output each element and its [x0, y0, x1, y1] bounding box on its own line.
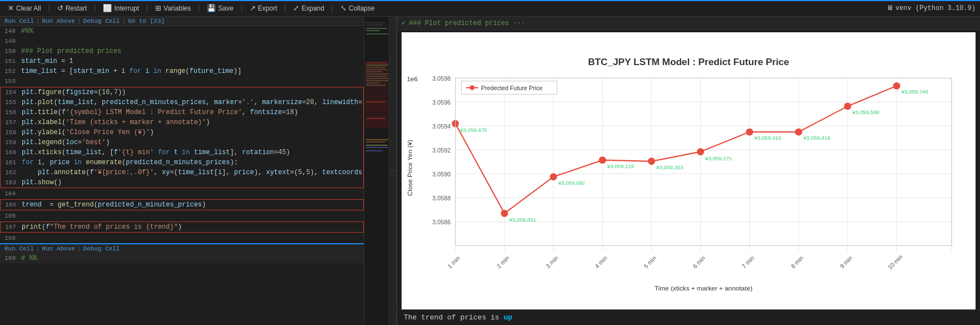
code-line-167: 167 print(f"The trend of prices is {tren…	[1, 222, 363, 232]
code-line-151: 151 start_min = 1	[0, 56, 364, 66]
code-line-168: 168	[0, 233, 364, 243]
collapse-button[interactable]: ⤡ Collapse	[337, 3, 378, 13]
run-above-bottom-link[interactable]: Run Above	[42, 245, 75, 252]
svg-text:3.0592: 3.0592	[432, 147, 451, 154]
notebook-toolbar: ✕ Clear All ↺ Restart ⬜ Interrupt ⊞ Vari…	[0, 0, 980, 17]
debug-cell-link[interactable]: Debug Cell	[83, 18, 120, 24]
svg-text:¥3,059,416: ¥3,059,416	[803, 135, 830, 141]
svg-point-77	[893, 82, 900, 90]
run-cell-link[interactable]: Run Cell	[4, 18, 34, 24]
mini-map-canvas	[364, 17, 389, 325]
separator-5	[241, 4, 242, 13]
svg-rect-19	[366, 101, 385, 102]
cell-block-plot: 154 plt.figure(figsize=(16,7)) 155 plt.p…	[0, 87, 364, 188]
separator-7	[332, 4, 333, 13]
code-line-155: 155 plt.plot(time_list, predicted_n_minu…	[1, 97, 363, 107]
clear-all-button[interactable]: ✕ Clear All	[4, 3, 44, 13]
cell-block-trend: 165 trend = get_trend(predicted_n_minute…	[0, 199, 364, 210]
export-icon: ↗	[250, 4, 256, 12]
svg-rect-13	[366, 76, 387, 77]
svg-rect-7	[366, 62, 387, 63]
svg-text:¥3,059,475: ¥3,059,475	[459, 127, 487, 133]
export-button[interactable]: ↗ Export	[246, 3, 281, 13]
code-line-157: 157 plt.xlabel('Time (xticks + marker + …	[1, 117, 363, 127]
code-line-166: 166	[0, 211, 364, 221]
save-button[interactable]: 💾 Save	[204, 3, 236, 13]
goto-link[interactable]: Go to [23]	[128, 18, 165, 24]
separator-3	[147, 4, 147, 13]
run-cell-bottom-link[interactable]: Run Cell	[4, 245, 34, 252]
svg-rect-12	[366, 73, 388, 75]
stop-icon: ⬜	[103, 4, 112, 12]
run-above-link[interactable]: Run Above	[42, 18, 75, 24]
output-toolbar: ✓ ### Plot predicted prices ···	[397, 17, 980, 30]
expand-icon: ⤢	[293, 4, 299, 12]
svg-point-73	[697, 148, 704, 155]
output-cell-label: ### Plot predicted prices ···	[409, 19, 525, 27]
code-line-163: 163 plt.show()	[1, 178, 363, 188]
svg-rect-25	[366, 147, 388, 148]
bottom-output: The trend of prices is up	[397, 309, 980, 325]
svg-rect-24	[366, 145, 387, 146]
debug-bottom-link[interactable]: Debug Cell	[83, 245, 120, 252]
svg-text:3.0590: 3.0590	[432, 171, 451, 178]
code-line-150: 150 ### Plot predicted prices	[0, 46, 364, 56]
svg-text:¥3,058,831: ¥3,058,831	[509, 216, 536, 223]
run-cell-bar-top: Run Cell | Run Above | Debug Cell | Go t…	[0, 17, 364, 26]
separator-2	[95, 4, 95, 13]
svg-text:¥3,059,416: ¥3,059,416	[754, 135, 781, 141]
svg-point-76	[844, 102, 852, 110]
chart-svg: BTC_JPY LSTM Model : Predict Future Pric…	[402, 32, 976, 309]
run-cell-bar-bottom: Run Cell | Run Above | Debug Cell	[0, 243, 364, 253]
restart-button[interactable]: ↺ Restart	[54, 3, 91, 13]
svg-rect-11	[366, 71, 383, 72]
x-icon: ✕	[8, 4, 14, 12]
svg-rect-14	[366, 78, 389, 79]
code-line-162: 162 plt.annotate(f'¥{price:,.0f}', xy=(t…	[1, 168, 363, 178]
code-line-169: 169 # %%	[0, 253, 364, 263]
code-line-148: 148 #%%	[0, 26, 364, 36]
main-area: Run Cell | Run Above | Debug Cell | Go t…	[0, 17, 980, 325]
svg-point-70	[550, 173, 557, 180]
svg-rect-8	[366, 65, 388, 66]
check-icon: ✓	[402, 19, 405, 27]
table-icon: ⊞	[155, 4, 161, 12]
code-content: 148 #%% 149 150 ### Plot predicted price…	[0, 26, 364, 325]
svg-rect-1	[366, 22, 385, 23]
variables-button[interactable]: ⊞ Variables	[152, 3, 194, 13]
svg-point-90	[470, 85, 475, 90]
expand-button[interactable]: ⤢ Expand	[290, 3, 328, 13]
chart-container: BTC_JPY LSTM Model : Predict Future Pric…	[402, 32, 976, 309]
svg-text:1e6: 1e6	[407, 75, 418, 83]
interrupt-button[interactable]: ⬜ Interrupt	[100, 3, 142, 13]
collapse-icon: ⤡	[340, 4, 347, 12]
svg-text:BTC_JPY LSTM Model : Predict F: BTC_JPY LSTM Model : Predict Future Pric…	[588, 56, 789, 67]
separator-6	[285, 4, 285, 13]
svg-text:¥3,059,215: ¥3,059,215	[607, 163, 634, 169]
svg-rect-2	[366, 24, 383, 26]
svg-text:3.0588: 3.0588	[432, 195, 451, 201]
code-panel: Run Cell | Run Above | Debug Cell | Go t…	[0, 17, 364, 325]
python-icon: 🖥	[887, 4, 893, 12]
svg-rect-3	[366, 28, 387, 29]
svg-text:Time (xticks + marker + annota: Time (xticks + marker + annotate)	[655, 284, 753, 292]
code-line-149: 149	[0, 36, 364, 46]
separator-1	[49, 4, 50, 13]
svg-rect-5	[366, 33, 388, 35]
svg-rect-15	[366, 80, 388, 81]
code-line-156: 156 plt.title(f'{symbol} LSTM Model : Pr…	[1, 107, 363, 117]
collapse-panel-button[interactable]: ⋮	[389, 17, 397, 325]
restart-icon: ↺	[57, 4, 63, 12]
venv-label: 🖥 venv (Python 3.10.9)	[887, 4, 976, 12]
code-line-165: 165 trend = get_trend(predicted_n_minute…	[1, 200, 363, 210]
svg-point-71	[599, 156, 606, 164]
svg-rect-22	[366, 139, 388, 140]
svg-point-69	[501, 210, 508, 217]
svg-point-72	[648, 157, 655, 165]
output-panel: ✓ ### Plot predicted prices ··· BTC_JPY …	[397, 17, 980, 325]
output-content: BTC_JPY LSTM Model : Predict Future Pric…	[397, 30, 980, 325]
svg-point-74	[746, 129, 753, 136]
svg-text:¥3,059,598: ¥3,059,598	[852, 109, 879, 115]
mini-map	[364, 17, 389, 325]
cell-block-print: 167 print(f"The trend of prices is {tren…	[0, 221, 364, 233]
